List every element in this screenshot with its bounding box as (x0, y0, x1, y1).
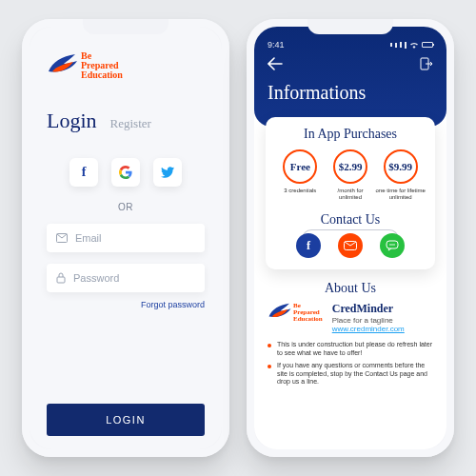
contact-email-button[interactable] (338, 233, 363, 258)
auth-tabs: Login Register (47, 109, 205, 133)
bullet-item: If you have any questions or comments be… (268, 362, 433, 387)
bird-icon (47, 52, 79, 79)
about-section: About Us Be Prepared Education CredMinde… (268, 281, 433, 333)
tab-login[interactable]: Login (47, 109, 97, 133)
phone-login: Be Prepared Education Login Register f (22, 19, 229, 457)
info-screen: 9:41 Informations In App Purchases (254, 27, 446, 449)
email-field[interactable]: Email (47, 224, 205, 252)
email-placeholder: Email (75, 232, 102, 244)
svg-point-7 (393, 245, 395, 247)
battery-icon (422, 42, 433, 48)
plan-free[interactable]: Free 3 credentials (275, 149, 326, 201)
forgot-password-link[interactable]: Forgot password (47, 300, 205, 309)
purchases-heading: In App Purchases (275, 127, 426, 142)
about-url-link[interactable]: www.credminder.com (332, 325, 405, 333)
about-bullets: This is under construction but please do… (268, 341, 433, 390)
password-field[interactable]: Password (47, 264, 205, 292)
google-icon (119, 166, 132, 179)
svg-point-6 (391, 245, 393, 247)
svg-rect-1 (57, 277, 65, 283)
purchases-card: In App Purchases Free 3 credentials $2.9… (266, 117, 435, 269)
plan-lifetime[interactable]: $9.99 one time for lifetime unlimited (375, 149, 426, 201)
contact-heading: Contact Us (275, 212, 426, 228)
bird-icon (268, 302, 292, 323)
twitter-login-button[interactable] (153, 158, 182, 187)
svg-point-5 (389, 245, 391, 247)
back-icon[interactable] (268, 57, 283, 70)
info-header: 9:41 Informations (254, 27, 446, 127)
mail-icon (344, 241, 357, 250)
status-icons (390, 40, 433, 50)
password-placeholder: Password (73, 272, 119, 284)
contact-facebook-button[interactable]: f (296, 233, 321, 258)
plan-monthly[interactable]: $2.99 /month for unlimited (326, 149, 376, 201)
facebook-login-button[interactable]: f (69, 158, 98, 187)
about-name: CredMinder (332, 302, 405, 316)
lock-icon (56, 272, 66, 284)
notch (83, 19, 169, 34)
bullet-item: This is under construction but please do… (268, 341, 433, 358)
mail-icon (56, 233, 68, 243)
tab-register[interactable]: Register (110, 116, 151, 131)
notch (307, 19, 393, 34)
contact-sms-button[interactable] (380, 233, 405, 258)
or-divider: OR (47, 202, 205, 212)
sms-icon (386, 240, 399, 251)
status-time: 9:41 (268, 40, 285, 50)
login-screen: Be Prepared Education Login Register f (30, 27, 222, 449)
brand-text: Be Prepared Education (81, 51, 123, 80)
about-heading: About Us (268, 281, 433, 296)
about-logo: Be Prepared Education (268, 302, 323, 323)
about-tagline: Place for a tagline (332, 316, 405, 325)
phone-info: 9:41 Informations In App Purchases (247, 19, 454, 457)
twitter-icon (161, 167, 174, 178)
brand-logo: Be Prepared Education (47, 51, 205, 80)
social-login-row: f (47, 158, 205, 187)
status-bar: 9:41 (268, 36, 433, 50)
wifi-icon (409, 41, 419, 49)
page-title: Informations (268, 82, 433, 104)
logout-icon[interactable] (420, 57, 433, 70)
google-login-button[interactable] (111, 158, 140, 187)
login-button[interactable]: LOGIN (47, 404, 205, 436)
contact-section: Contact Us f (275, 212, 426, 258)
